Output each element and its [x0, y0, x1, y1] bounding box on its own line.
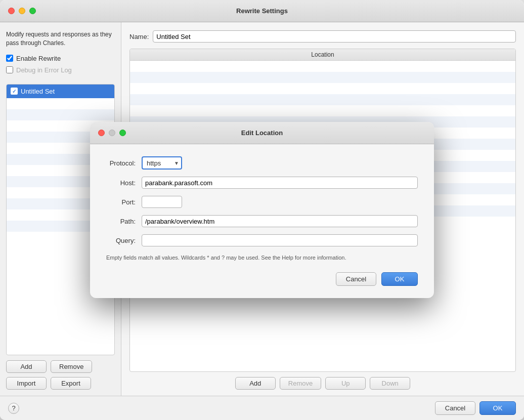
hint-text: Empty fields match all values. Wildcards…	[106, 254, 418, 262]
path-input[interactable]	[142, 215, 418, 227]
query-label: Query:	[106, 237, 142, 244]
host-label: Host:	[106, 179, 142, 187]
path-row: Path:	[106, 215, 418, 227]
modal-cancel-button[interactable]: Cancel	[336, 272, 376, 286]
protocol-select[interactable]: https any http ws wss	[142, 156, 182, 170]
port-label: Port:	[106, 198, 142, 206]
host-row: Host:	[106, 177, 418, 189]
modal-close-button[interactable]	[98, 130, 105, 136]
protocol-select-wrapper: https any http ws wss ▼	[142, 156, 182, 170]
modal-ok-button[interactable]: OK	[381, 272, 418, 286]
modal-controls	[98, 130, 126, 136]
port-input[interactable]	[142, 196, 182, 208]
host-input[interactable]	[142, 177, 418, 189]
query-input[interactable]	[142, 234, 418, 246]
modal-buttons: Cancel OK	[106, 272, 418, 288]
main-window: Rewrite Settings Modify requests and res…	[0, 0, 524, 420]
modal-body: Protocol: https any http ws wss ▼	[90, 144, 434, 298]
query-row: Query:	[106, 234, 418, 246]
modal-minimize-button[interactable]	[109, 130, 115, 136]
protocol-label: Protocol:	[106, 159, 142, 167]
modal-maximize-button[interactable]	[119, 130, 126, 136]
modal-title: Edit Location	[241, 129, 283, 137]
modal-overlay: Edit Location Protocol: https any http w…	[0, 0, 524, 420]
edit-location-modal: Edit Location Protocol: https any http w…	[90, 122, 434, 298]
path-label: Path:	[106, 218, 142, 225]
port-row: Port:	[106, 196, 418, 208]
protocol-row: Protocol: https any http ws wss ▼	[106, 156, 418, 170]
modal-title-bar: Edit Location	[90, 122, 434, 144]
